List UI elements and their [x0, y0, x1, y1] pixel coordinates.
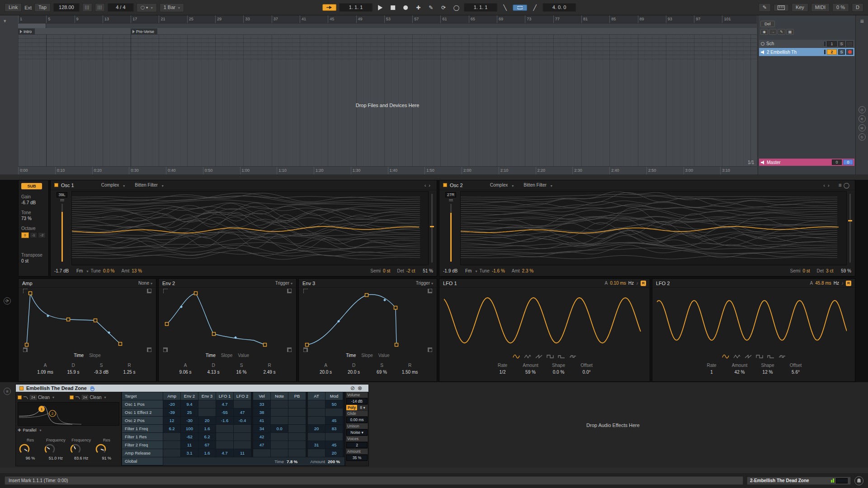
device-chain-icon[interactable]: ≡: [4, 388, 11, 395]
matrix-cell[interactable]: [288, 408, 306, 416]
matrix-cell[interactable]: 11: [234, 449, 251, 457]
filter1-circuit-menu[interactable]: Clean: [38, 395, 50, 400]
filter1-enable-toggle[interactable]: [18, 395, 22, 399]
osc1-category-menu[interactable]: Complex: [101, 183, 119, 188]
matrix-cell[interactable]: [234, 441, 251, 449]
routing-arrow-icon[interactable]: →: [769, 29, 777, 35]
filter2-enable-toggle[interactable]: [70, 395, 74, 399]
back-to-arrangement-icon[interactable]: ▾: [4, 18, 18, 24]
capture-midi-button[interactable]: ◯: [451, 4, 461, 12]
matrix-cell[interactable]: 4.7: [216, 400, 233, 408]
env2-loop-mode-menu[interactable]: Trigger: [275, 281, 292, 286]
amt-value[interactable]: 13 %: [132, 268, 142, 273]
amp-envelope-display[interactable]: [23, 289, 151, 352]
param[interactable]: R1.25 s: [120, 363, 139, 375]
matrix-cell[interactable]: 0.0: [271, 425, 288, 432]
matrix-cell[interactable]: 25: [181, 408, 198, 416]
lfo-wave-sine-icon[interactable]: [722, 354, 729, 359]
octave-0-button[interactable]: 0: [21, 232, 29, 238]
matrix-cell[interactable]: [326, 433, 343, 441]
matrix-cell[interactable]: [253, 449, 270, 457]
device-title-bar[interactable]: Embellish The Dead Zone ⊘⊗: [16, 385, 368, 392]
record-button[interactable]: [401, 4, 410, 12]
unison-mode-menu[interactable]: Noise ▾: [346, 429, 368, 436]
env3-tabs[interactable]: TimeSlopeValue: [299, 353, 437, 360]
stop-button[interactable]: [388, 4, 398, 12]
matrix-cell[interactable]: [216, 433, 233, 441]
arm-button[interactable]: [846, 49, 853, 55]
matrix-cell[interactable]: [271, 449, 288, 457]
matrix-cell[interactable]: [198, 400, 216, 408]
param[interactable]: D20.0 s: [344, 363, 363, 375]
lfo-wave-triangle-icon[interactable]: [733, 354, 741, 359]
matrix-cell[interactable]: [216, 441, 233, 449]
det-value[interactable]: 3 ct: [826, 268, 833, 273]
matrix-cell[interactable]: 20: [326, 449, 343, 457]
note-sync-icon[interactable]: ♪: [636, 281, 638, 286]
matrix-cell[interactable]: 47: [253, 441, 270, 449]
matrix-cell[interactable]: 20: [198, 417, 216, 424]
reenable-automation-button[interactable]: ⟳: [439, 4, 448, 12]
matrix-cell[interactable]: 38: [253, 408, 270, 416]
matrix-cell[interactable]: [234, 425, 251, 432]
lfo-wave-random-icon[interactable]: [569, 354, 576, 359]
matrix-cell[interactable]: 67: [198, 441, 216, 449]
matrix-tab-icon[interactable]: ≡: [839, 182, 844, 188]
matrix-cell[interactable]: 33: [253, 400, 270, 408]
osc2-gain-slider[interactable]: [450, 204, 452, 262]
track-name[interactable]: Sch: [766, 41, 823, 46]
octave-minus1-button[interactable]: -1: [30, 232, 38, 238]
matrix-cell[interactable]: [288, 441, 306, 449]
global-amount-value[interactable]: 200 %: [328, 459, 340, 464]
matrix-cell[interactable]: -20: [163, 400, 180, 408]
param[interactable]: D4.13 s: [204, 363, 223, 375]
matrix-cell[interactable]: 34: [253, 425, 270, 432]
filter2-slope-selector[interactable]: 24: [82, 395, 89, 400]
tap-tempo-button[interactable]: Tap: [34, 3, 51, 12]
env2-envelope-display[interactable]: [163, 289, 292, 352]
matrix-cell[interactable]: 6.2: [198, 433, 216, 441]
link-button[interactable]: Link: [5, 3, 22, 12]
arm-button[interactable]: [846, 41, 853, 47]
osc2-table-menu[interactable]: Bitten Filter: [524, 183, 547, 188]
master-out-box[interactable]: 0: [832, 160, 842, 165]
solo-button[interactable]: S: [838, 49, 845, 55]
lfo-wave-pulse-icon[interactable]: [767, 354, 774, 359]
octave-minus2-button[interactable]: -2: [38, 232, 46, 238]
lfo-wave-pulse-icon[interactable]: [558, 354, 565, 359]
filter-routing-menu[interactable]: Parallel: [23, 428, 37, 432]
track-header-master[interactable]: Master 0 0: [759, 159, 854, 166]
amp-loop-mode-menu[interactable]: None: [138, 281, 152, 286]
note-sync-icon[interactable]: ♪: [841, 281, 844, 286]
matrix-cell[interactable]: 31: [308, 441, 325, 449]
matrix-cell[interactable]: 45: [326, 417, 343, 424]
volume-value[interactable]: -14 dB: [346, 398, 368, 404]
param[interactable]: Offset5.6°: [786, 363, 805, 375]
osc1-mod-mode-menu[interactable]: Fm: [76, 268, 83, 273]
amt-value[interactable]: 2.3 %: [522, 268, 534, 273]
param[interactable]: Rate1/2: [493, 363, 512, 375]
amp-adsr-values[interactable]: A1.09 msD15.9 sS-9.3 dBR1.25 s: [19, 363, 156, 375]
delete-button[interactable]: Del: [760, 21, 775, 27]
matrix-cell[interactable]: [288, 425, 306, 432]
matrix-cell[interactable]: [271, 408, 288, 416]
prev-next-table-buttons[interactable]: ‹›: [823, 183, 832, 188]
osc1-enable-toggle[interactable]: [54, 183, 58, 187]
lfo2-attack-value[interactable]: 45.8 ms: [815, 281, 831, 286]
lfo2-waveform-display[interactable]: [657, 289, 850, 352]
track-name[interactable]: 2 Embellish Th: [767, 50, 823, 55]
matrix-cell[interactable]: 1.6: [198, 425, 216, 432]
lfo-wave-sine-icon[interactable]: [513, 354, 520, 359]
current-track-display[interactable]: 2-Embellish The Dead Zone: [747, 477, 851, 485]
io-toggle[interactable]: O: [859, 106, 866, 113]
track-name[interactable]: Master: [767, 160, 830, 165]
grid-icon[interactable]: ▦: [786, 29, 794, 35]
returns-toggle[interactable]: R: [859, 115, 866, 122]
key-map-button[interactable]: Key: [792, 3, 808, 12]
osc1-position-value[interactable]: 51 %: [423, 268, 433, 273]
unison-amount-value[interactable]: 35 %: [346, 455, 368, 461]
osc2-enable-toggle[interactable]: [443, 183, 447, 187]
filter-response-display[interactable]: 12: [18, 402, 119, 426]
param[interactable]: A9.06 s: [176, 363, 195, 375]
sub-button[interactable]: SUB: [21, 183, 42, 189]
